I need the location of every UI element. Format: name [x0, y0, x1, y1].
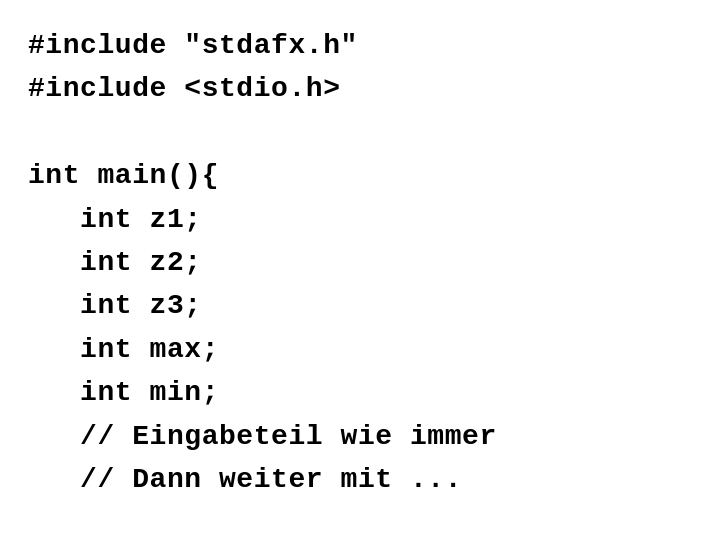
code-display: #include "stdafx.h" #include <stdio.h> i…: [28, 24, 497, 501]
